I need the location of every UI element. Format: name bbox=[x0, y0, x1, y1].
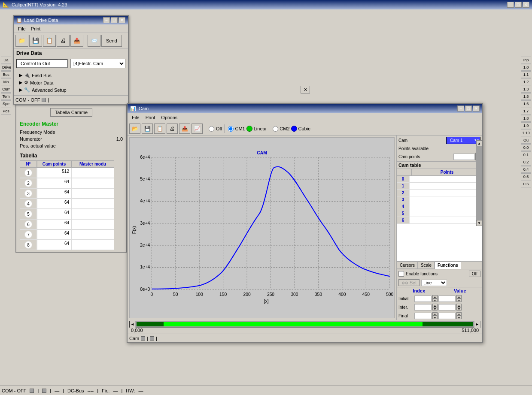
cam-points-input[interactable]: 512 bbox=[453, 154, 475, 160]
final-value-input[interactable]: 49151 bbox=[438, 313, 456, 319]
overlay-close-btn[interactable]: ✕ bbox=[301, 86, 310, 93]
cam-tbl-val-4[interactable]: 0 bbox=[410, 203, 482, 210]
row-master-mod-1[interactable] bbox=[71, 178, 114, 188]
ldd-menu-file[interactable]: File bbox=[15, 25, 28, 32]
points-avail-label: Points available bbox=[398, 146, 429, 151]
cam-minimize-btn[interactable]: – bbox=[457, 106, 464, 112]
final-val-down[interactable]: ▼ bbox=[456, 316, 462, 319]
ldd-menu-print[interactable]: Print bbox=[28, 25, 43, 32]
cam-tb-save[interactable]: 💾 bbox=[142, 124, 153, 134]
row-cam-points-1[interactable]: 64 bbox=[37, 178, 71, 188]
initial-value-input[interactable]: 0 bbox=[438, 295, 456, 302]
ldd-minimize[interactable]: – bbox=[103, 17, 110, 23]
row-master-mod-7[interactable] bbox=[71, 240, 114, 250]
cam-tbl-val-6[interactable]: 0 bbox=[410, 217, 482, 223]
set-btn[interactable]: ⚙⚙ Set bbox=[398, 279, 420, 286]
final-index-input[interactable]: 511 bbox=[414, 313, 432, 319]
close-btn[interactable]: ✕ bbox=[523, 2, 529, 8]
ldd-maximize[interactable]: □ bbox=[111, 17, 118, 23]
row-cam-points-4[interactable]: 64 bbox=[37, 209, 71, 219]
cam-tbl-val-0[interactable]: 0 bbox=[410, 176, 482, 182]
ldd-tb-send-icon[interactable]: 📨 bbox=[88, 35, 100, 47]
ldd-tb-print[interactable]: 🖨 bbox=[57, 35, 70, 47]
final-idx-up[interactable]: ▲ bbox=[432, 312, 438, 316]
final-label: Final bbox=[398, 314, 413, 318]
tab-scale[interactable]: Scale bbox=[418, 262, 435, 269]
final-idx-down[interactable]: ▼ bbox=[432, 316, 438, 319]
scroll-down-arrow[interactable]: ▼ bbox=[476, 220, 482, 226]
cam-maximize-btn[interactable]: □ bbox=[465, 106, 472, 112]
inter-value-input[interactable]: 57684 bbox=[438, 304, 456, 311]
nav-motor-data[interactable]: ▶ ⚙ Motor Data bbox=[16, 79, 125, 86]
cam-tbl-val-2[interactable]: 0 bbox=[410, 190, 482, 196]
cam-menu-file[interactable]: File bbox=[129, 114, 142, 121]
row-master-mod-4[interactable] bbox=[71, 209, 114, 219]
inter-idx-down[interactable]: ▼ bbox=[432, 307, 438, 311]
cam-selector[interactable]: Cam 1 bbox=[446, 137, 480, 144]
radio-off[interactable] bbox=[209, 126, 214, 132]
set-label: Set bbox=[410, 280, 417, 285]
final-val-up[interactable]: ▲ bbox=[456, 312, 462, 316]
tab-functions[interactable]: Functions bbox=[435, 262, 461, 269]
init-idx-down[interactable]: ▼ bbox=[432, 299, 438, 302]
maximize-btn[interactable]: □ bbox=[515, 2, 522, 8]
cam-tbl-val-1[interactable]: 0 bbox=[410, 183, 482, 189]
row-cam-points-6[interactable]: 64 bbox=[37, 229, 71, 240]
minimize-btn[interactable]: – bbox=[507, 2, 514, 8]
x-axis-label: [x] bbox=[264, 299, 269, 304]
scroll-right-btn[interactable]: ► bbox=[474, 321, 480, 328]
row-master-mod-2[interactable] bbox=[71, 188, 114, 199]
radio-cm1[interactable] bbox=[228, 126, 234, 132]
scroll-left-btn[interactable]: ◄ bbox=[130, 321, 136, 328]
initial-index-input[interactable]: 0 bbox=[414, 295, 432, 302]
inter-val-up[interactable]: ▲ bbox=[456, 304, 462, 307]
nav-field-bus[interactable]: ▶ 🔌 Field Bus bbox=[16, 72, 125, 79]
row-master-mod-5[interactable] bbox=[71, 219, 114, 229]
init-val-down[interactable]: ▼ bbox=[456, 299, 462, 302]
init-val-up[interactable]: ▲ bbox=[456, 295, 462, 299]
init-idx-up[interactable]: ▲ bbox=[432, 295, 438, 299]
row-cam-points-3[interactable]: 64 bbox=[37, 199, 71, 209]
cam-tb-copy[interactable]: 📋 bbox=[154, 124, 165, 134]
tab-cursors[interactable]: Cursors bbox=[397, 262, 418, 269]
cam-menu-print[interactable]: Print bbox=[143, 114, 158, 121]
inter-index-input[interactable]: 255 bbox=[414, 304, 432, 311]
inter-val-down[interactable]: ▼ bbox=[456, 307, 462, 311]
cam-tb-print[interactable]: 🖨 bbox=[167, 124, 178, 134]
row-master-mod-0[interactable] bbox=[71, 168, 114, 178]
cam-tb-chart[interactable]: 📈 bbox=[192, 124, 203, 134]
cam-tb-export[interactable]: 📤 bbox=[179, 124, 190, 134]
row-cam-points-5[interactable]: 64 bbox=[37, 219, 71, 229]
ldd-tb-save2[interactable]: 📋 bbox=[43, 35, 56, 47]
row-num-6: 7 bbox=[20, 229, 37, 240]
cam-menu-options[interactable]: Options bbox=[158, 114, 180, 121]
cam-bottom-scrollbar[interactable]: ◄ ► bbox=[129, 321, 480, 328]
cam-com-status: Cam bbox=[129, 336, 139, 341]
ldd-close[interactable]: ✕ bbox=[119, 17, 125, 23]
cam-tbl-val-3[interactable]: 0 bbox=[410, 196, 482, 203]
row-cam-points-2[interactable]: 64 bbox=[37, 188, 71, 199]
row-master-mod-6[interactable] bbox=[71, 229, 114, 240]
ldd-tb-open[interactable]: 📁 bbox=[15, 35, 28, 47]
row-master-mod-3[interactable] bbox=[71, 199, 114, 209]
ldd-tb-save[interactable]: 💾 bbox=[29, 35, 42, 47]
row-cam-points-0[interactable]: 512 bbox=[37, 168, 71, 178]
cam-tb-open[interactable]: 📂 bbox=[129, 124, 140, 134]
cam-table-row-6: 6 0 bbox=[397, 217, 482, 224]
nav-advanced-setup[interactable]: ▶ 🔧 Advanced Setup bbox=[16, 86, 125, 93]
tabella-camme-btn[interactable]: Tabella Camme bbox=[50, 108, 92, 117]
row-cam-points-7[interactable]: 64 bbox=[37, 240, 71, 250]
radio-cm2[interactable] bbox=[273, 126, 278, 132]
ldd-tb-upload[interactable]: 📤 bbox=[70, 35, 83, 47]
enable-functions-checkbox[interactable] bbox=[398, 271, 404, 277]
drive-dropdown[interactable]: [4]Electr. Cam bbox=[70, 59, 125, 68]
scroll-up-arrow[interactable]: ▲ bbox=[476, 140, 482, 146]
cam-right-scrollbar[interactable]: ▲ ▼ bbox=[476, 140, 482, 226]
line-dropdown[interactable]: Line bbox=[421, 280, 447, 286]
cam-tbl-val-5[interactable]: 0 bbox=[410, 210, 482, 217]
cam-close-btn[interactable]: ✕ bbox=[473, 106, 480, 112]
scroll-thumb[interactable] bbox=[476, 146, 482, 220]
inter-idx-up[interactable]: ▲ bbox=[432, 304, 438, 307]
ldd-send-btn[interactable]: Send bbox=[101, 35, 122, 47]
off-btn[interactable]: Off bbox=[469, 271, 480, 277]
